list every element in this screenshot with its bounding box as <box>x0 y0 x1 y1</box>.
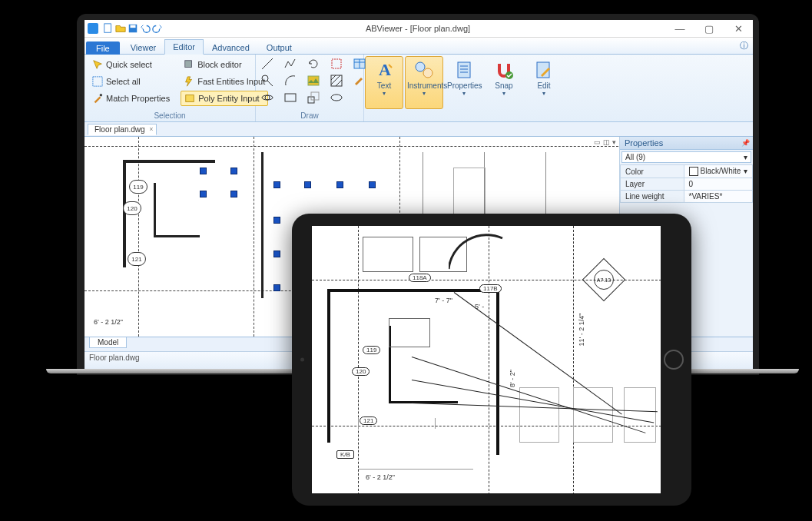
tab-editor[interactable]: Editor <box>164 39 204 55</box>
chevron-down-icon: ▾ <box>744 153 747 161</box>
compass-label: A7.13 <box>594 270 614 290</box>
line-icon[interactable] <box>260 57 274 71</box>
snap-button[interactable]: Snap▾ <box>485 56 523 109</box>
svg-rect-17 <box>331 75 342 86</box>
rotate-icon[interactable] <box>307 57 320 71</box>
tablet-screen[interactable]: 118A 117B 119 120 121 K/B A7.13 7' - 7" … <box>312 226 661 493</box>
room-tag: 120 <box>123 201 141 215</box>
prop-value[interactable]: *VARIES* <box>684 191 752 203</box>
window-title: ABViewer - [Floor plan.dwg] <box>167 24 668 33</box>
room-tag: 119 <box>129 180 147 194</box>
dimension-label: 11' - 2 1/4" <box>578 314 585 347</box>
prop-key: Line weight <box>621 191 684 203</box>
tab-output[interactable]: Output <box>258 40 300 55</box>
instruments-button[interactable]: Instruments▾ <box>405 56 443 109</box>
arc-icon[interactable] <box>283 74 297 88</box>
model-tab[interactable]: Model <box>89 337 127 348</box>
text-button-label: Text <box>367 81 401 90</box>
scale-icon[interactable] <box>307 91 320 105</box>
room-tag: 117B <box>479 284 502 293</box>
svg-point-10 <box>265 95 270 100</box>
circle-line-icon[interactable] <box>260 74 274 88</box>
tablet-camera <box>300 358 304 362</box>
ribbon-big-buttons: A Text▾ Instruments▾ Properties▾ Snap▾ <box>364 55 564 121</box>
tablet-home-button[interactable] <box>664 350 684 370</box>
ellipse-icon[interactable] <box>330 91 343 105</box>
room-tag: 118A <box>409 274 431 282</box>
quick-select-button[interactable]: Quick select <box>89 57 173 72</box>
ribbon: Quick select Select all Match Properties… <box>85 55 753 122</box>
properties-header[interactable]: Properties📌 <box>620 137 753 150</box>
qat-undo-icon[interactable] <box>140 23 151 34</box>
close-tab-icon[interactable]: × <box>149 125 153 133</box>
properties-button-label: Properties <box>447 81 481 90</box>
prop-value-color[interactable]: Black/White ▾ <box>684 165 752 178</box>
svg-point-18 <box>331 95 342 101</box>
fast-entities-label: Fast Entities Input <box>197 77 265 86</box>
room-tag: 121 <box>128 252 146 266</box>
paint-icon[interactable] <box>353 74 366 88</box>
svg-text:A: A <box>379 60 391 79</box>
dimension-label: 7' - 7" <box>435 297 452 304</box>
prop-value-label: Black/White <box>701 167 741 175</box>
region-icon[interactable] <box>330 57 343 71</box>
select-all-button[interactable]: Select all <box>89 74 173 89</box>
properties-header-label: Properties <box>625 138 663 148</box>
svg-line-9 <box>267 81 273 86</box>
orbit-icon[interactable] <box>260 91 274 105</box>
snap-button-label: Snap <box>487 81 521 90</box>
draw-group-label: Draw <box>256 111 363 120</box>
room-tag: 120 <box>352 367 370 376</box>
prop-key: Layer <box>621 178 684 191</box>
ribbon-group-draw: Draw <box>256 55 364 121</box>
properties-button[interactable]: Properties▾ <box>445 56 483 109</box>
svg-rect-12 <box>285 94 296 101</box>
qat-redo-icon[interactable] <box>152 23 163 34</box>
ribbon-group-selection: Quick select Select all Match Properties… <box>85 55 256 121</box>
select-all-label: Select all <box>106 77 141 86</box>
match-properties-label: Match Properties <box>106 94 170 103</box>
svg-point-11 <box>262 95 273 100</box>
svg-rect-25 <box>458 62 470 78</box>
dimension-label: 6' - 2 1/2" <box>94 318 123 326</box>
text-button[interactable]: A Text▾ <box>365 56 403 109</box>
tab-advanced[interactable]: Advanced <box>204 40 258 55</box>
svg-point-23 <box>416 62 425 71</box>
match-properties-button[interactable]: Match Properties <box>89 91 173 106</box>
dimension-label: 8' - 2" <box>509 370 516 387</box>
pin-icon[interactable]: 📌 <box>741 139 750 147</box>
hatch-icon[interactable] <box>330 74 343 88</box>
svg-rect-5 <box>185 61 192 68</box>
help-icon[interactable]: ⓘ <box>740 40 748 51</box>
document-tab-bar: Floor plan.dwg× <box>85 122 753 137</box>
svg-rect-16 <box>332 59 341 68</box>
tab-file[interactable]: File <box>86 41 120 55</box>
edit-button-label: Edit <box>527 81 561 90</box>
table-icon[interactable] <box>353 57 366 71</box>
title-bar: ABViewer - [Floor plan.dwg] — ▢ ✕ <box>85 20 753 38</box>
maximize-button[interactable]: ▢ <box>698 23 721 35</box>
polyline-icon[interactable] <box>283 57 297 71</box>
app-icon <box>88 23 98 34</box>
quick-select-label: Quick select <box>106 60 152 69</box>
close-button[interactable]: ✕ <box>727 23 750 35</box>
properties-filter-label: All (9) <box>625 153 645 161</box>
rectangle-icon[interactable] <box>283 91 297 105</box>
tab-viewer[interactable]: Viewer <box>122 40 164 55</box>
qat-open-icon[interactable] <box>115 23 126 34</box>
edit-button[interactable]: Edit▾ <box>525 56 563 109</box>
dimension-label: 6' - 2 1/2" <box>366 473 395 481</box>
prop-value[interactable]: 0 <box>684 178 752 191</box>
qat-new-icon[interactable] <box>103 23 114 34</box>
ribbon-tabs: File Viewer Editor Advanced Output ⓘ <box>85 38 753 55</box>
minimize-button[interactable]: — <box>668 23 691 35</box>
document-tab[interactable]: Floor plan.dwg× <box>88 124 157 135</box>
quick-access-toolbar <box>103 23 163 34</box>
qat-save-icon[interactable] <box>128 23 138 34</box>
tablet-frame: 118A 117B 119 120 121 K/B A7.13 7' - 7" … <box>292 214 691 506</box>
dimension-label: 5' - <box>475 303 484 310</box>
blank-icon <box>353 91 366 105</box>
properties-filter[interactable]: All (9)▾ <box>621 151 751 163</box>
svg-point-4 <box>100 94 103 97</box>
image-icon[interactable] <box>307 74 320 88</box>
